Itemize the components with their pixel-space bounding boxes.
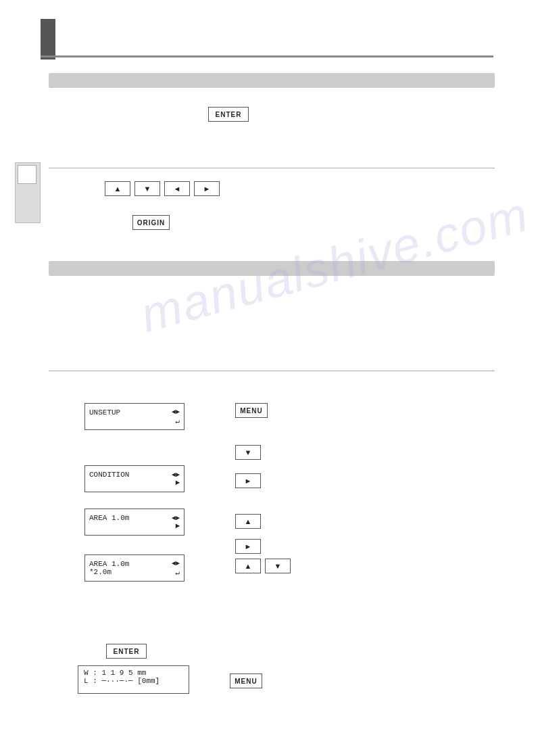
area1-symbols: ◄► [172,515,180,522]
right-btn-label[interactable]: ► [235,473,261,488]
area2-enter-symbol: ↵ [175,568,180,577]
right-arrow-button-area1[interactable]: ► [235,539,261,554]
condition-right-symbol: ► [175,479,180,487]
right-btn2-label[interactable]: ► [235,539,261,554]
divider-1 [49,168,495,168]
area2-symbols: ◄► [172,560,180,567]
area2-line1: AREA 1.0m [89,560,129,568]
header-bar [49,73,495,88]
bottom-lcd-line1: W : 1 1 9 5 mm [84,669,183,677]
bottom-lcd-display: W : 1 1 9 5 mm L : ─···─·─ [0mm] [78,665,189,694]
condition-symbols: ◄► [172,471,180,479]
unsetup-symbols: ◄► [172,408,180,416]
up-arrow-button-area2[interactable]: ▲ [235,559,261,573]
header-bar-2 [49,261,495,276]
down-arrow-button-area2[interactable]: ▼ [265,559,291,573]
updown-buttons-area2: ▲ ▼ [235,559,291,573]
arrow-down-button[interactable]: ▼ [134,181,160,196]
area2-line2: *2.0m [89,568,112,576]
condition-label: CONDITION [89,471,129,479]
bottom-menu-button[interactable]: MENU [230,674,262,688]
bottom-menu-label[interactable]: MENU [230,674,262,688]
arrow-buttons-group: ▲ ▼ ◄ ► [105,181,220,196]
right-arrow-button-condition[interactable]: ► [235,473,261,488]
enter-button-top[interactable]: ENTER [208,107,249,122]
origin-button[interactable]: ORIGIN [132,215,170,230]
enter-button-bottom[interactable]: ENTER [106,644,147,659]
unsetup-enter-symbol: ↵ [175,417,180,425]
down-arrow-button[interactable]: ▼ [235,445,261,460]
menu-button-right[interactable]: MENU [235,403,268,418]
bottom-lcd-line2: L : ─···─·─ [0mm] [84,677,183,685]
top-line-decoration [41,55,493,57]
arrow-right-button[interactable]: ► [194,181,220,196]
up-arrow-button-area1[interactable]: ▲ [235,514,261,529]
arrow-left-button[interactable]: ◄ [164,181,190,196]
side-tab-inner [18,165,36,184]
area1-label: AREA 1.0m [89,514,129,522]
divider-2 [49,371,495,371]
menu-btn-label[interactable]: MENU [235,403,268,418]
top-bracket-decoration [41,19,55,60]
unsetup-label: UNSETUP [89,408,120,417]
area2-display: AREA 1.0m ◄► *2.0m ↵ [84,554,185,582]
area1-right-symbol: ► [175,522,180,530]
arrow-up-button[interactable]: ▲ [105,181,130,196]
condition-display: CONDITION ◄► ► [84,465,185,492]
unsetup-display: UNSETUP ◄► ↵ [84,403,185,430]
down-btn-label[interactable]: ▼ [235,445,261,460]
up-btn-label[interactable]: ▲ [235,514,261,529]
area1-display: AREA 1.0m ◄► ► [84,509,185,536]
